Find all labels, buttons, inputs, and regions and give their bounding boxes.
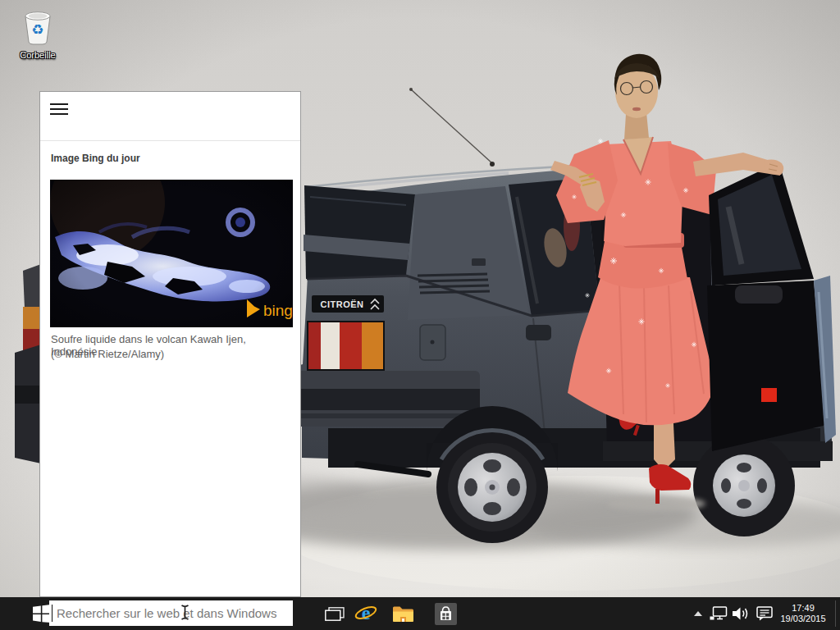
recycle-bin-icon: ♻ — [20, 7, 56, 49]
taskbar-clock[interactable]: 17:49 19/03/2015 — [776, 597, 830, 630]
bing-caption-line2: (© Martin Rietze/Alamy) — [51, 348, 294, 360]
network-icon — [710, 606, 728, 621]
panel-divider — [40, 140, 300, 141]
show-hidden-icons-button[interactable] — [687, 597, 709, 630]
network-tray-button[interactable] — [708, 597, 729, 630]
svg-text:♻: ♻ — [31, 21, 43, 38]
action-center-icon — [756, 606, 773, 621]
action-center-button[interactable] — [754, 597, 775, 630]
tail-light — [307, 321, 385, 371]
recycle-bin[interactable]: ♻ Corbeille — [10, 7, 66, 60]
desktop-screen: CITROËN — [0, 0, 840, 630]
taskbar: e — [0, 597, 840, 630]
task-view-button[interactable] — [318, 597, 351, 630]
store-button[interactable] — [429, 597, 462, 630]
store-icon — [435, 603, 457, 625]
door-reflector — [761, 388, 777, 402]
svg-text:e: e — [362, 602, 371, 623]
front-wheel — [693, 435, 795, 536]
clock-time: 17:49 — [792, 603, 815, 614]
bing-image-of-the-day[interactable]: bing — [50, 180, 293, 327]
svg-text:CITROËN: CITROËN — [321, 299, 364, 309]
internet-explorer-icon: e — [354, 602, 377, 625]
citroen-badge: CITROËN — [312, 295, 384, 313]
windows-logo-icon — [33, 605, 51, 623]
show-desktop-edge[interactable] — [835, 600, 836, 627]
svg-text:bing: bing — [263, 302, 293, 319]
file-explorer-button[interactable] — [386, 597, 419, 630]
internet-explorer-button[interactable]: e — [349, 597, 382, 630]
search-input[interactable] — [49, 600, 293, 626]
hamburger-menu-icon[interactable] — [50, 103, 68, 116]
search-panel: Image Bing du jour — [39, 91, 301, 597]
speaker-icon — [733, 607, 749, 620]
recycle-bin-label: Corbeille — [10, 50, 66, 60]
task-view-icon — [325, 607, 345, 621]
taskbar-search-box[interactable] — [49, 600, 293, 626]
chevron-up-icon — [694, 611, 702, 616]
bing-section-title: Image Bing du jour — [51, 153, 140, 164]
clock-date: 19/03/2015 — [780, 614, 825, 624]
volume-tray-button[interactable] — [730, 597, 751, 630]
text-caret — [52, 605, 52, 622]
rear-bumper — [289, 371, 480, 427]
file-explorer-icon — [392, 605, 414, 623]
